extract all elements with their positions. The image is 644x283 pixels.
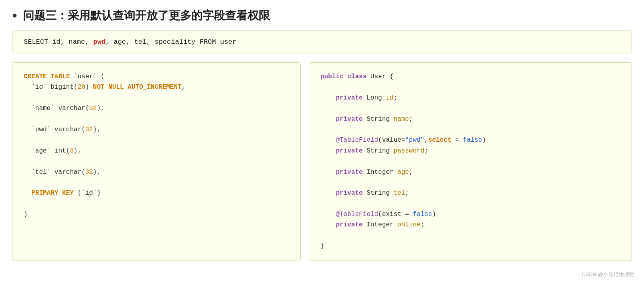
sql-line-10: `tel` varchar(32),	[24, 167, 289, 177]
footer-text: CSDN @小袁拒绝摆烂	[581, 271, 634, 278]
java-line-3: private Long id;	[320, 93, 620, 103]
sql-line-11	[24, 177, 289, 188]
bullet-point: ●	[12, 11, 17, 21]
java-line-10: private Integer age;	[320, 167, 620, 177]
sql-line-9	[24, 156, 289, 167]
sql-line-6: `pwd` varchar(32),	[24, 124, 289, 135]
sql-suffix: , age, tel, speciality FROM user	[105, 38, 236, 46]
sql-line-1: CREATE TABLE `user` (	[24, 71, 289, 82]
java-line-4	[320, 103, 620, 114]
java-line-7: @TableField(value="pwd",select = false)	[320, 135, 620, 145]
java-line-6	[320, 124, 620, 135]
java-line-17: }	[320, 241, 620, 251]
sql-code-box: SELECT id, name, pwd, age, tel, speciali…	[12, 31, 632, 53]
sql-line-12: PRIMARY KEY (`id`)	[24, 188, 289, 198]
java-line-5: private String name;	[320, 114, 620, 124]
java-line-15: private Integer online;	[320, 220, 620, 230]
sql-line-5	[24, 114, 289, 124]
java-class-panel: public class User { private Long id; pri…	[309, 62, 632, 261]
java-line-1: public class User {	[320, 71, 620, 82]
java-line-11	[320, 177, 620, 188]
sql-line-13	[24, 199, 289, 209]
title-row: ● 问题三：采用默认查询开放了更多的字段查看权限	[12, 8, 632, 23]
sql-line-3	[24, 93, 289, 103]
code-panels: CREATE TABLE `user` ( `id` bigint(20) NO…	[12, 62, 632, 261]
java-line-2	[320, 82, 620, 92]
java-line-8: private String password;	[320, 146, 620, 156]
sql-line-4: `name` varchar(32),	[24, 103, 289, 114]
page-title: 问题三：采用默认查询开放了更多的字段查看权限	[23, 8, 270, 23]
page-container: ● 问题三：采用默认查询开放了更多的字段查看权限 SELECT id, name…	[0, 0, 644, 277]
java-line-14: @TableField(exist = false)	[320, 209, 620, 220]
sql-line-8: `age` int(3),	[24, 146, 289, 156]
sql-pwd-keyword: pwd	[93, 38, 105, 46]
java-line-9	[320, 156, 620, 167]
sql-prefix: SELECT id, name,	[24, 38, 93, 46]
java-line-13	[320, 199, 620, 209]
sql-line-14: )	[24, 209, 289, 220]
sql-line-2: `id` bigint(20) NOT NULL AUTO_INCREMENT,	[24, 82, 289, 92]
java-line-16	[320, 230, 620, 241]
sql-create-table-panel: CREATE TABLE `user` ( `id` bigint(20) NO…	[12, 62, 301, 261]
sql-line-7	[24, 135, 289, 145]
java-line-12: private String tel;	[320, 188, 620, 198]
